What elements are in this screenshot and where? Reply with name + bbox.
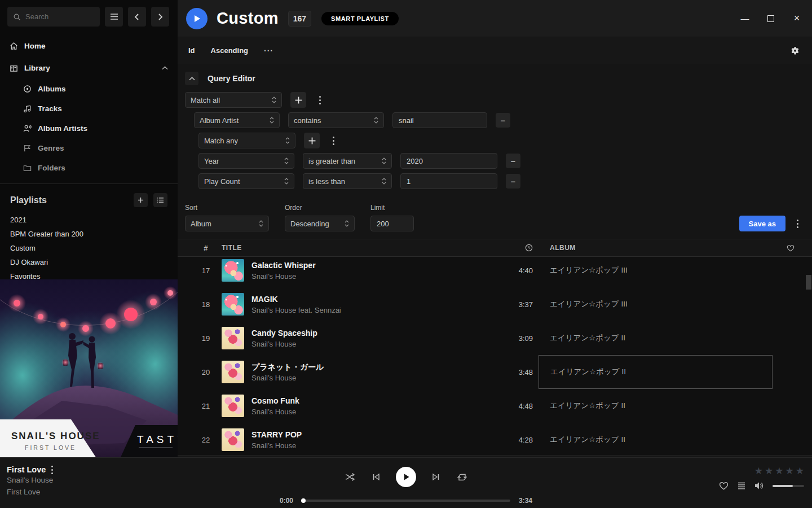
window-close-button[interactable]: × (788, 10, 805, 27)
add-playlist-button[interactable] (134, 193, 148, 207)
sidebar-item-albums[interactable]: Albums (0, 79, 178, 99)
sidebar-item-folders[interactable]: Folders (0, 158, 178, 178)
limit-input[interactable] (370, 216, 414, 231)
track-duration: 3:37 (498, 300, 534, 309)
table-row[interactable]: 21 Cosmo Funk Snail’s House 4:48 エイリアン☆ポ… (178, 389, 812, 423)
rule-value-input[interactable] (400, 173, 497, 189)
maximize-icon (767, 15, 774, 22)
table-row[interactable]: 20 プラネット・ガール Snail’s House 3:48 エイリアン☆ポッ… (178, 355, 812, 389)
star-icon[interactable]: ★ (775, 465, 783, 476)
playlist-item[interactable]: DJ Okawari (0, 255, 178, 269)
select-caret-icon (374, 117, 378, 124)
order-label: Order (285, 204, 355, 212)
track-duration: 4:28 (498, 436, 534, 444)
shuffle-button[interactable] (344, 471, 356, 483)
playlist-item[interactable]: BPM Greater than 200 (0, 227, 178, 241)
seek-handle[interactable] (301, 498, 306, 503)
query-editor-title: Query Editor (208, 74, 255, 83)
order-select[interactable]: Descending (285, 216, 355, 231)
table-header: # TITLE ALBUM (178, 239, 812, 257)
queue-button[interactable] (737, 482, 746, 490)
settings-gear-icon[interactable] (791, 46, 800, 55)
playlist-item[interactable]: 2021 (0, 213, 178, 227)
remove-rule-button[interactable]: − (506, 154, 520, 168)
track-artist: Snail’s House (251, 373, 324, 383)
volume-fill (773, 485, 793, 487)
volume-slider[interactable] (773, 485, 804, 487)
column-header-index[interactable]: # (195, 244, 217, 252)
limit-label: Limit (370, 204, 414, 212)
remove-rule-button[interactable]: − (506, 174, 520, 189)
elapsed-time: 0:00 (273, 497, 293, 505)
plus-icon (295, 97, 302, 104)
search-box[interactable] (7, 7, 100, 27)
sidebar-item-library[interactable]: Library (0, 57, 178, 79)
column-header-favorite[interactable] (777, 244, 804, 252)
previous-track-button[interactable] (370, 471, 382, 483)
track-thumbnail (222, 395, 244, 417)
sidebar-item-home[interactable]: Home (0, 35, 178, 57)
track-duration: 3:48 (498, 368, 534, 376)
rule-value-input[interactable] (392, 112, 487, 128)
search-input[interactable] (25, 12, 87, 21)
rule-operator-select[interactable]: contains (288, 112, 384, 128)
star-icon[interactable]: ★ (754, 465, 763, 476)
rule-field-select[interactable]: Play Count (198, 173, 294, 189)
star-icon[interactable]: ★ (765, 465, 773, 476)
table-row[interactable]: 22 STARRY POP Snail’s House 4:28 エイリアン☆ポ… (178, 423, 812, 455)
remove-rule-button[interactable]: − (496, 113, 510, 128)
query-editor-collapse-button[interactable] (185, 72, 198, 85)
save-as-button[interactable]: Save as (739, 216, 785, 231)
rule-operator-select[interactable]: is greater than (303, 153, 392, 169)
nav-back-button[interactable] (128, 7, 146, 27)
play-playlist-button[interactable] (186, 8, 208, 29)
rule-value-input[interactable] (400, 153, 497, 169)
column-header-duration[interactable] (498, 244, 534, 252)
column-header-title[interactable]: TITLE (222, 244, 493, 252)
sort-field-button[interactable]: Id (188, 46, 195, 55)
column-header-album[interactable]: ALBUM (539, 244, 773, 252)
sidebar-menu-button[interactable] (105, 7, 123, 27)
now-playing-album[interactable]: First Love (7, 486, 53, 498)
window-minimize-button[interactable]: — (736, 10, 753, 27)
seek-slider[interactable] (302, 500, 510, 502)
sidebar-item-label: Album Artists (38, 124, 87, 133)
playlist-list-view-button[interactable] (153, 193, 167, 207)
toolbar-more-button[interactable]: ··· (264, 46, 273, 55)
rule-field-select[interactable]: Album Artist (194, 112, 280, 128)
volume-button[interactable] (754, 481, 764, 490)
sort-select[interactable]: Album (185, 216, 269, 231)
clock-icon (525, 244, 533, 252)
repeat-button[interactable] (456, 471, 468, 483)
sort-direction-button[interactable]: Ascending (211, 46, 248, 55)
table-row[interactable]: 19 Candy Spaceship Snail’s House 3:09 エイ… (178, 321, 812, 355)
add-rule-button[interactable] (304, 133, 320, 148)
star-icon[interactable]: ★ (796, 465, 804, 476)
nav-forward-button[interactable] (151, 7, 169, 27)
window-maximize-button[interactable] (762, 10, 779, 27)
match-type-select[interactable]: Match all (185, 92, 282, 108)
artwork-artist-text: SNAIL'S HOUSE (11, 431, 100, 441)
match-type-select[interactable]: Match any (198, 133, 295, 148)
rule-field-select[interactable]: Year (198, 153, 294, 169)
save-options-button[interactable] (790, 216, 805, 231)
sidebar-item-album-artists[interactable]: Album Artists (0, 119, 178, 138)
sidebar-item-genres[interactable]: Genres (0, 138, 178, 158)
next-track-button[interactable] (430, 471, 442, 483)
table-row[interactable]: 18 MAGIK Snail’s House feat. Sennzai 3:3… (178, 287, 812, 321)
playlist-item[interactable]: Custom (0, 241, 178, 255)
search-icon (13, 13, 21, 21)
table-scrollbar-thumb[interactable] (806, 275, 811, 290)
favorite-button[interactable] (719, 481, 729, 490)
star-icon[interactable]: ★ (785, 465, 794, 476)
group-options-button[interactable] (328, 133, 338, 148)
group-options-button[interactable] (315, 92, 325, 108)
sidebar-item-tracks[interactable]: Tracks (0, 99, 178, 119)
rule-operator-select[interactable]: is less than (303, 173, 392, 189)
now-playing-artwork[interactable]: SNAIL'S HOUSE FIRST LOVE TASTY (0, 279, 178, 457)
track-album-focused-cell[interactable]: エイリアン☆ポップ II (539, 355, 773, 389)
play-pause-button[interactable] (396, 467, 416, 487)
artwork-title-text: FIRST LOVE (25, 444, 76, 451)
add-rule-button[interactable] (290, 92, 306, 108)
table-row[interactable]: 17 Galactic Whisper Snail’s House 4:40 エ… (178, 257, 812, 287)
